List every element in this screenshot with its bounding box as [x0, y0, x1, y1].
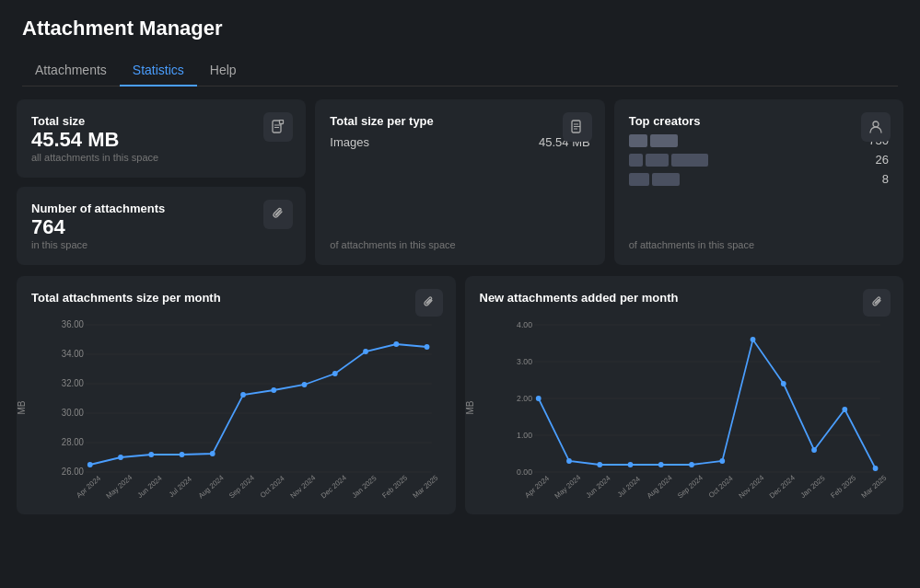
creator-avatar-3	[629, 173, 680, 186]
svg-text:Aug 2024: Aug 2024	[197, 473, 226, 500]
svg-text:32.00: 32.00	[62, 378, 85, 388]
monthly-size-svg: 36.00 34.00 32.00 30.00 28.00 26.00	[59, 316, 441, 500]
num-attachments-label: Number of attachments	[31, 202, 291, 215]
chart-paperclip-icon-1	[415, 289, 443, 317]
monthly-size-chart-card: Total attachments size per month MB	[17, 276, 456, 514]
svg-point-55	[689, 462, 694, 467]
svg-rect-1	[280, 121, 284, 124]
svg-point-19	[180, 452, 185, 457]
main-content: Total size 45.54 MB all attachments in t…	[0, 86, 920, 527]
creators-label: Top creators	[629, 114, 889, 128]
svg-point-53	[627, 462, 633, 467]
tab-statistics[interactable]: Statistics	[120, 55, 197, 86]
creator-avatar-1	[629, 134, 678, 147]
svg-text:4.00: 4.00	[517, 320, 532, 329]
stats-grid: Total size 45.54 MB all attachments in t…	[17, 99, 903, 265]
monthly-new-chart-wrapper: MB 4.00 3.00 2.00 1.00 0.00	[480, 316, 890, 500]
total-size-card: Total size 45.54 MB all attachments in t…	[17, 99, 306, 178]
svg-text:Apr 2024: Apr 2024	[75, 474, 102, 500]
y-axis-label-1: MB	[17, 401, 27, 415]
svg-point-3	[873, 121, 879, 127]
svg-text:Feb 2025: Feb 2025	[380, 473, 409, 500]
svg-point-52	[597, 462, 602, 467]
svg-text:34.00: 34.00	[62, 349, 85, 359]
svg-point-54	[658, 462, 663, 467]
monthly-size-chart-wrapper: MB 36.00 34.00 32.00 30.00	[31, 316, 441, 500]
total-size-value: 45.54 MB	[31, 128, 291, 152]
svg-point-56	[719, 458, 725, 464]
svg-text:Jul 2024: Jul 2024	[168, 474, 193, 499]
num-attachments-sub: in this space	[31, 239, 291, 250]
charts-grid: Total attachments size per month MB	[17, 276, 903, 514]
svg-text:3.00: 3.00	[517, 357, 532, 366]
svg-text:Jan 2025: Jan 2025	[798, 474, 826, 500]
file-icon	[263, 112, 293, 142]
total-size-sub: all attachments in this space	[31, 152, 291, 163]
svg-text:Feb 2025: Feb 2025	[829, 473, 857, 500]
monthly-new-title: New attachments added per month	[480, 291, 890, 305]
nav-tabs: Attachments Statistics Help	[22, 55, 898, 86]
tab-attachments[interactable]: Attachments	[22, 55, 120, 86]
creator-count-2: 26	[876, 153, 889, 167]
file-type-icon	[563, 112, 592, 142]
svg-text:Jun 2024: Jun 2024	[136, 474, 164, 500]
app-title: Attachment Manager	[22, 17, 898, 40]
svg-point-16	[87, 462, 93, 467]
svg-text:Mar 2025: Mar 2025	[859, 473, 888, 500]
monthly-size-chart-area: 36.00 34.00 32.00 30.00 28.00 26.00	[59, 316, 441, 500]
svg-text:Nov 2024: Nov 2024	[288, 473, 317, 500]
svg-point-24	[332, 371, 338, 376]
svg-text:2.00: 2.00	[517, 394, 532, 403]
top-creators-card: Top creators 730	[614, 99, 903, 265]
num-attachments-card: Number of attachments 764 in this space	[17, 187, 306, 265]
svg-point-27	[425, 344, 430, 350]
svg-point-25	[363, 349, 368, 354]
num-attachments-value: 764	[31, 215, 291, 239]
svg-text:Sep 2024: Sep 2024	[227, 473, 256, 500]
creators-list: 730 26	[629, 133, 889, 186]
y-axis-label-2: MB	[465, 401, 475, 415]
svg-text:26.00: 26.00	[62, 467, 85, 477]
type-label: Total size per type	[330, 114, 589, 128]
type-row-images: Images 45.54 MB	[330, 135, 589, 149]
monthly-new-svg: 4.00 3.00 2.00 1.00 0.00	[507, 316, 890, 500]
svg-text:Dec 2024: Dec 2024	[767, 473, 796, 500]
creator-avatar-2	[629, 154, 708, 167]
svg-text:Dec 2024: Dec 2024	[320, 473, 348, 500]
svg-text:Apr 2024: Apr 2024	[523, 474, 551, 500]
svg-text:0.00: 0.00	[517, 467, 532, 477]
paperclip-icon	[263, 200, 293, 229]
svg-text:Sep 2024: Sep 2024	[675, 473, 704, 500]
user-icon	[861, 112, 891, 142]
svg-point-20	[210, 451, 215, 456]
total-size-per-type-card: Total size per type Images 45.54 MB of a…	[315, 99, 604, 265]
svg-point-58	[780, 381, 786, 386]
monthly-size-title: Total attachments size per month	[31, 291, 441, 305]
svg-point-60	[842, 407, 847, 412]
svg-text:Nov 2024: Nov 2024	[737, 473, 765, 500]
creator-row-2: 26	[629, 153, 889, 167]
svg-point-21	[240, 392, 246, 398]
svg-text:28.00: 28.00	[62, 437, 85, 447]
app-header: Attachment Manager Attachments Statistic…	[0, 0, 920, 86]
svg-text:Aug 2024: Aug 2024	[645, 473, 673, 500]
type-sub: of attachments in this space	[330, 239, 589, 250]
creator-row-3: 8	[629, 172, 889, 186]
svg-text:Jun 2024: Jun 2024	[584, 474, 611, 500]
svg-text:30.00: 30.00	[62, 408, 85, 418]
type-name: Images	[330, 135, 369, 149]
svg-point-57	[750, 337, 755, 342]
svg-point-50	[535, 396, 541, 401]
svg-point-51	[566, 458, 572, 464]
svg-text:Jan 2025: Jan 2025	[350, 474, 378, 500]
svg-point-26	[393, 341, 399, 347]
svg-point-17	[118, 455, 123, 460]
svg-text:Oct 2024: Oct 2024	[259, 474, 286, 500]
svg-point-59	[811, 447, 817, 453]
tab-help[interactable]: Help	[197, 55, 250, 86]
svg-text:May 2024: May 2024	[553, 473, 582, 500]
creators-sub: of attachments in this space	[629, 239, 889, 250]
svg-point-18	[148, 452, 154, 457]
monthly-new-chart-card: New attachments added per month MB	[465, 276, 904, 514]
svg-point-61	[872, 466, 878, 471]
